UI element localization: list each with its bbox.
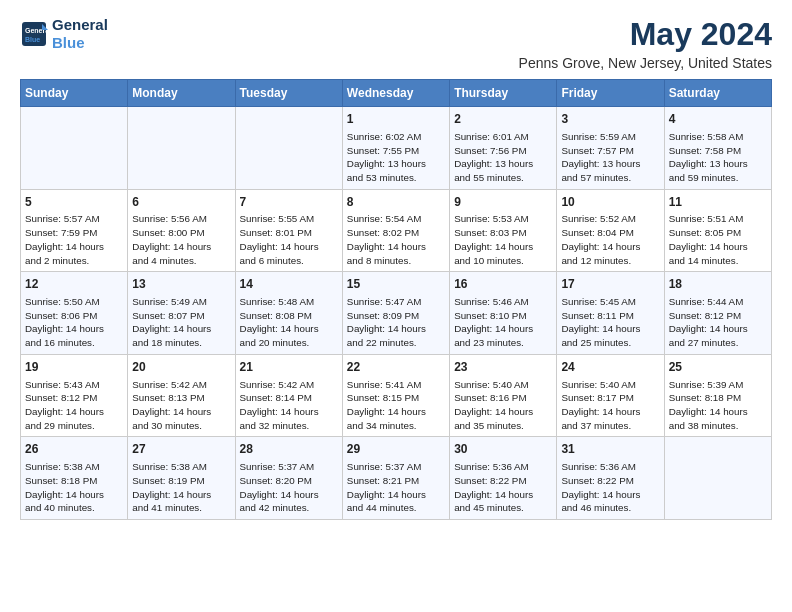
week-row-5: 26Sunrise: 5:38 AM Sunset: 8:18 PM Dayli… xyxy=(21,437,772,520)
calendar-table: SundayMondayTuesdayWednesdayThursdayFrid… xyxy=(20,79,772,520)
day-number: 30 xyxy=(454,441,552,458)
day-cell: 28Sunrise: 5:37 AM Sunset: 8:20 PM Dayli… xyxy=(235,437,342,520)
day-number: 1 xyxy=(347,111,445,128)
day-info: Sunrise: 5:48 AM Sunset: 8:08 PM Dayligh… xyxy=(240,295,338,350)
calendar-header: SundayMondayTuesdayWednesdayThursdayFrid… xyxy=(21,80,772,107)
day-cell: 22Sunrise: 5:41 AM Sunset: 8:15 PM Dayli… xyxy=(342,354,449,437)
page-subtitle: Penns Grove, New Jersey, United States xyxy=(519,55,772,71)
day-info: Sunrise: 5:38 AM Sunset: 8:19 PM Dayligh… xyxy=(132,460,230,515)
day-info: Sunrise: 5:54 AM Sunset: 8:02 PM Dayligh… xyxy=(347,212,445,267)
day-number: 8 xyxy=(347,194,445,211)
week-row-4: 19Sunrise: 5:43 AM Sunset: 8:12 PM Dayli… xyxy=(21,354,772,437)
logo-icon: General Blue xyxy=(20,20,48,48)
week-row-1: 1Sunrise: 6:02 AM Sunset: 7:55 PM Daylig… xyxy=(21,107,772,190)
day-info: Sunrise: 5:43 AM Sunset: 8:12 PM Dayligh… xyxy=(25,378,123,433)
day-info: Sunrise: 5:40 AM Sunset: 8:17 PM Dayligh… xyxy=(561,378,659,433)
header-row: SundayMondayTuesdayWednesdayThursdayFrid… xyxy=(21,80,772,107)
day-cell: 9Sunrise: 5:53 AM Sunset: 8:03 PM Daylig… xyxy=(450,189,557,272)
day-number: 16 xyxy=(454,276,552,293)
day-number: 20 xyxy=(132,359,230,376)
day-cell: 4Sunrise: 5:58 AM Sunset: 7:58 PM Daylig… xyxy=(664,107,771,190)
day-number: 22 xyxy=(347,359,445,376)
day-cell xyxy=(21,107,128,190)
day-number: 21 xyxy=(240,359,338,376)
day-number: 25 xyxy=(669,359,767,376)
day-cell: 31Sunrise: 5:36 AM Sunset: 8:22 PM Dayli… xyxy=(557,437,664,520)
day-number: 18 xyxy=(669,276,767,293)
day-cell: 15Sunrise: 5:47 AM Sunset: 8:09 PM Dayli… xyxy=(342,272,449,355)
day-cell: 17Sunrise: 5:45 AM Sunset: 8:11 PM Dayli… xyxy=(557,272,664,355)
day-cell xyxy=(235,107,342,190)
day-number: 3 xyxy=(561,111,659,128)
day-cell: 3Sunrise: 5:59 AM Sunset: 7:57 PM Daylig… xyxy=(557,107,664,190)
col-header-thursday: Thursday xyxy=(450,80,557,107)
day-info: Sunrise: 5:56 AM Sunset: 8:00 PM Dayligh… xyxy=(132,212,230,267)
day-info: Sunrise: 5:36 AM Sunset: 8:22 PM Dayligh… xyxy=(454,460,552,515)
col-header-saturday: Saturday xyxy=(664,80,771,107)
day-number: 17 xyxy=(561,276,659,293)
day-number: 31 xyxy=(561,441,659,458)
day-cell: 6Sunrise: 5:56 AM Sunset: 8:00 PM Daylig… xyxy=(128,189,235,272)
day-number: 29 xyxy=(347,441,445,458)
page-title: May 2024 xyxy=(519,16,772,53)
day-number: 6 xyxy=(132,194,230,211)
day-number: 14 xyxy=(240,276,338,293)
col-header-monday: Monday xyxy=(128,80,235,107)
col-header-wednesday: Wednesday xyxy=(342,80,449,107)
day-cell: 1Sunrise: 6:02 AM Sunset: 7:55 PM Daylig… xyxy=(342,107,449,190)
day-number: 23 xyxy=(454,359,552,376)
day-cell: 10Sunrise: 5:52 AM Sunset: 8:04 PM Dayli… xyxy=(557,189,664,272)
week-row-3: 12Sunrise: 5:50 AM Sunset: 8:06 PM Dayli… xyxy=(21,272,772,355)
day-info: Sunrise: 5:52 AM Sunset: 8:04 PM Dayligh… xyxy=(561,212,659,267)
day-number: 7 xyxy=(240,194,338,211)
day-cell xyxy=(128,107,235,190)
day-number: 19 xyxy=(25,359,123,376)
day-cell: 27Sunrise: 5:38 AM Sunset: 8:19 PM Dayli… xyxy=(128,437,235,520)
col-header-tuesday: Tuesday xyxy=(235,80,342,107)
logo: General Blue General Blue xyxy=(20,16,108,52)
title-block: May 2024 Penns Grove, New Jersey, United… xyxy=(519,16,772,71)
day-info: Sunrise: 5:58 AM Sunset: 7:58 PM Dayligh… xyxy=(669,130,767,185)
day-cell: 20Sunrise: 5:42 AM Sunset: 8:13 PM Dayli… xyxy=(128,354,235,437)
day-number: 28 xyxy=(240,441,338,458)
day-number: 11 xyxy=(669,194,767,211)
day-cell: 14Sunrise: 5:48 AM Sunset: 8:08 PM Dayli… xyxy=(235,272,342,355)
day-info: Sunrise: 5:44 AM Sunset: 8:12 PM Dayligh… xyxy=(669,295,767,350)
day-info: Sunrise: 5:41 AM Sunset: 8:15 PM Dayligh… xyxy=(347,378,445,433)
day-cell: 11Sunrise: 5:51 AM Sunset: 8:05 PM Dayli… xyxy=(664,189,771,272)
day-cell: 13Sunrise: 5:49 AM Sunset: 8:07 PM Dayli… xyxy=(128,272,235,355)
day-info: Sunrise: 5:37 AM Sunset: 8:20 PM Dayligh… xyxy=(240,460,338,515)
day-info: Sunrise: 5:45 AM Sunset: 8:11 PM Dayligh… xyxy=(561,295,659,350)
day-info: Sunrise: 5:39 AM Sunset: 8:18 PM Dayligh… xyxy=(669,378,767,433)
day-cell: 7Sunrise: 5:55 AM Sunset: 8:01 PM Daylig… xyxy=(235,189,342,272)
day-number: 10 xyxy=(561,194,659,211)
page-header: General Blue General Blue May 2024 Penns… xyxy=(20,16,772,71)
day-info: Sunrise: 5:47 AM Sunset: 8:09 PM Dayligh… xyxy=(347,295,445,350)
day-cell: 24Sunrise: 5:40 AM Sunset: 8:17 PM Dayli… xyxy=(557,354,664,437)
day-number: 13 xyxy=(132,276,230,293)
day-info: Sunrise: 5:42 AM Sunset: 8:13 PM Dayligh… xyxy=(132,378,230,433)
col-header-friday: Friday xyxy=(557,80,664,107)
day-info: Sunrise: 5:51 AM Sunset: 8:05 PM Dayligh… xyxy=(669,212,767,267)
svg-text:Blue: Blue xyxy=(25,36,40,43)
day-number: 24 xyxy=(561,359,659,376)
day-number: 15 xyxy=(347,276,445,293)
logo-line1: General xyxy=(52,16,108,34)
day-info: Sunrise: 5:49 AM Sunset: 8:07 PM Dayligh… xyxy=(132,295,230,350)
day-info: Sunrise: 6:01 AM Sunset: 7:56 PM Dayligh… xyxy=(454,130,552,185)
day-cell: 5Sunrise: 5:57 AM Sunset: 7:59 PM Daylig… xyxy=(21,189,128,272)
day-info: Sunrise: 5:57 AM Sunset: 7:59 PM Dayligh… xyxy=(25,212,123,267)
week-row-2: 5Sunrise: 5:57 AM Sunset: 7:59 PM Daylig… xyxy=(21,189,772,272)
day-cell: 26Sunrise: 5:38 AM Sunset: 8:18 PM Dayli… xyxy=(21,437,128,520)
day-info: Sunrise: 5:36 AM Sunset: 8:22 PM Dayligh… xyxy=(561,460,659,515)
day-cell: 21Sunrise: 5:42 AM Sunset: 8:14 PM Dayli… xyxy=(235,354,342,437)
day-number: 2 xyxy=(454,111,552,128)
day-info: Sunrise: 5:38 AM Sunset: 8:18 PM Dayligh… xyxy=(25,460,123,515)
day-info: Sunrise: 5:53 AM Sunset: 8:03 PM Dayligh… xyxy=(454,212,552,267)
day-cell: 2Sunrise: 6:01 AM Sunset: 7:56 PM Daylig… xyxy=(450,107,557,190)
day-info: Sunrise: 5:40 AM Sunset: 8:16 PM Dayligh… xyxy=(454,378,552,433)
day-number: 27 xyxy=(132,441,230,458)
day-cell: 16Sunrise: 5:46 AM Sunset: 8:10 PM Dayli… xyxy=(450,272,557,355)
day-number: 9 xyxy=(454,194,552,211)
day-number: 12 xyxy=(25,276,123,293)
